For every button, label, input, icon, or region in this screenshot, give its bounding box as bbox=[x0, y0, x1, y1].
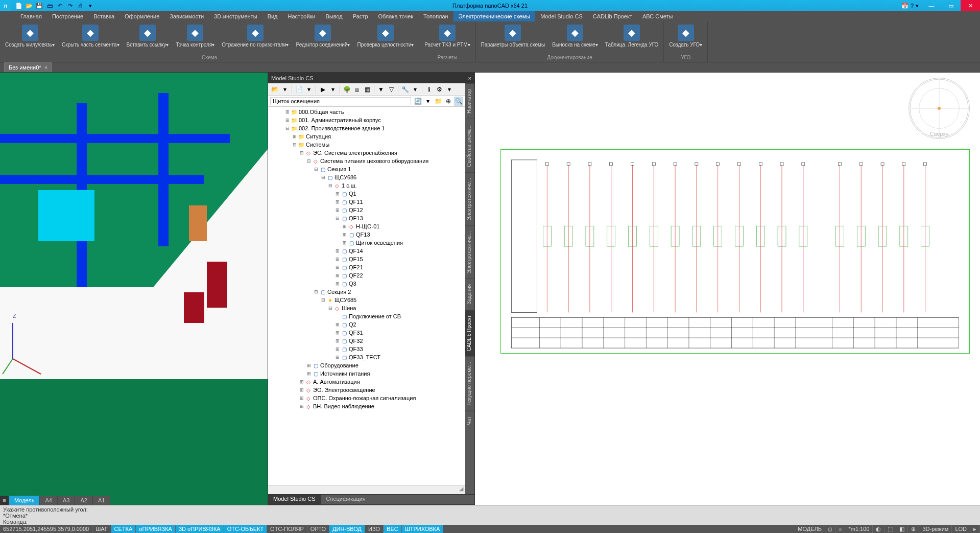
status-toggle[interactable]: ШАГ bbox=[92, 525, 111, 533]
expand-icon[interactable]: ⊞ bbox=[299, 396, 305, 401]
tree-node[interactable]: ⊞▢Q2 bbox=[269, 320, 464, 329]
side-tab[interactable]: Свойства элеме... bbox=[465, 119, 474, 172]
expand-icon[interactable]: ⊟ bbox=[313, 167, 319, 172]
expand-icon[interactable]: ⊟ bbox=[327, 183, 333, 188]
app-icon[interactable]: n bbox=[0, 0, 11, 11]
open-folder-icon[interactable]: 📂 bbox=[270, 85, 279, 94]
ribbon-button[interactable]: ◆Создать УГО▾ bbox=[666, 22, 705, 54]
nav-icon[interactable]: ⊕ bbox=[444, 97, 453, 106]
command-line[interactable]: Укажите противоположный угол: *Отмена* К… bbox=[0, 505, 980, 525]
status-toggle[interactable]: ШТРИХОВКА bbox=[402, 525, 444, 533]
dropdown-icon[interactable]: ▾ bbox=[280, 85, 290, 94]
status-toggle[interactable]: оПРИВЯЗКА bbox=[136, 525, 176, 533]
layout-tab[interactable]: A3 bbox=[58, 496, 75, 505]
expand-icon[interactable]: ⊞ bbox=[299, 404, 305, 409]
menu-item[interactable]: Вид bbox=[262, 11, 283, 21]
expand-icon[interactable]: ⊟ bbox=[284, 126, 291, 131]
saveall-icon[interactable]: 🗃 bbox=[45, 1, 54, 10]
menu-item[interactable]: Облака точек bbox=[373, 11, 419, 21]
tree-node[interactable]: ⊞📁000.Общая часть bbox=[269, 108, 464, 116]
save-icon[interactable]: 💾 bbox=[35, 1, 44, 10]
expand-icon[interactable]: ⊞ bbox=[342, 232, 348, 237]
expand-icon[interactable]: ⊞ bbox=[284, 118, 291, 123]
status-toggle[interactable]: СЕТКА bbox=[111, 525, 136, 533]
expand-icon[interactable]: ⊞ bbox=[334, 199, 341, 204]
tree-node[interactable]: ⊟◇1 с.ш. bbox=[269, 181, 464, 190]
expand-icon[interactable]: ⊞ bbox=[342, 224, 348, 229]
tree-node[interactable]: ⊟📁002. Производственное здание 1 bbox=[269, 124, 464, 132]
minimize-button[interactable]: — bbox=[922, 0, 941, 11]
menu-item[interactable]: Топоплан bbox=[418, 11, 453, 21]
tree-node[interactable]: ⊞▢QF12 bbox=[269, 206, 464, 214]
side-tab[interactable]: Чат bbox=[465, 411, 474, 430]
layout-menu-icon[interactable]: ≡ bbox=[0, 496, 9, 505]
dropdown-icon[interactable]: ▾ bbox=[445, 85, 454, 94]
status-item[interactable]: *m1:100 bbox=[845, 525, 873, 533]
dropdown-icon[interactable]: ▾ bbox=[328, 85, 338, 94]
filter-icon[interactable]: ▼ bbox=[376, 85, 386, 94]
tree-node[interactable]: ⊟📁Системы bbox=[269, 141, 464, 149]
tree-node[interactable]: ⊞◇ВН. Видео наблюдение bbox=[269, 402, 464, 410]
tree-node[interactable]: ⊞📁Ситуация bbox=[269, 132, 464, 141]
status-item[interactable]: МОДЕЛЬ bbox=[795, 525, 825, 533]
expand-icon[interactable]: ⊟ bbox=[320, 297, 326, 303]
expand-icon[interactable]: ⊟ bbox=[313, 289, 319, 294]
close-button[interactable]: ✕ bbox=[961, 0, 980, 11]
run-icon[interactable]: ▶ bbox=[318, 85, 327, 94]
tree-node[interactable]: ▢Подключение от СВ bbox=[269, 312, 464, 320]
tree-node[interactable]: ⊟◇Шина bbox=[269, 304, 464, 312]
expand-icon[interactable]: ⊟ bbox=[306, 158, 312, 164]
undo-icon[interactable]: ↶ bbox=[55, 1, 64, 10]
status-item[interactable]: ▸ bbox=[970, 525, 980, 533]
tree-node[interactable]: ⊞▢QF33 bbox=[269, 345, 464, 353]
expand-icon[interactable]: ⊞ bbox=[334, 257, 341, 262]
tree-node[interactable]: ⊟◇Система питания цехового оборудования bbox=[269, 157, 464, 165]
panel-close-icon[interactable]: × bbox=[468, 75, 471, 81]
bottom-tab[interactable]: Model Studio CS bbox=[268, 495, 321, 504]
side-tab[interactable]: CADLib Проект bbox=[465, 310, 474, 356]
status-toggle[interactable]: ДИН-ВВОД bbox=[329, 525, 365, 533]
menu-item[interactable]: Главная bbox=[15, 11, 47, 21]
tree-node[interactable]: ⊟★ЩСУ685 bbox=[269, 296, 464, 304]
status-item[interactable]: ≡ bbox=[835, 525, 845, 533]
status-toggle[interactable]: ОРТО bbox=[307, 525, 329, 533]
expand-icon[interactable]: ⊞ bbox=[292, 134, 298, 139]
layout-tab[interactable]: A1 bbox=[93, 496, 110, 505]
list-icon[interactable]: ≣ bbox=[352, 85, 362, 94]
status-item[interactable]: ◧ bbox=[896, 525, 908, 533]
tree-node[interactable]: ⊟▢QF13 bbox=[269, 214, 464, 222]
expand-icon[interactable]: ⊟ bbox=[299, 150, 305, 155]
tree-node[interactable]: ⊟◇ЭС. Система электроснабжения bbox=[269, 149, 464, 157]
status-item[interactable]: ⬚ bbox=[885, 525, 896, 533]
document-tab[interactable]: Без имени0* × bbox=[4, 62, 52, 72]
tree-node[interactable]: ⊞◇ОПС. Охранно-пожарная сигнализация bbox=[269, 394, 464, 402]
status-toggle[interactable]: ОТС-ОБЪЕКТ bbox=[224, 525, 267, 533]
bottom-tab[interactable]: Спецификация bbox=[321, 495, 371, 504]
project-tree[interactable]: ⊞📁000.Общая часть⊞📁001. Административный… bbox=[268, 107, 465, 485]
tree-node[interactable]: ⊞▢QF13 bbox=[269, 230, 464, 239]
tree-node[interactable]: ⊞▢QF32 bbox=[269, 337, 464, 345]
help-icon[interactable]: ? bbox=[911, 3, 914, 9]
open-icon[interactable]: 📂 bbox=[25, 1, 34, 10]
side-tab[interactable]: Задания bbox=[465, 279, 474, 310]
status-toggle[interactable]: ИЗО bbox=[365, 525, 384, 533]
tree-node[interactable]: ⊞▢QF21 bbox=[269, 263, 464, 271]
tree-node[interactable]: ⊞▢QF14 bbox=[269, 247, 464, 255]
menu-item[interactable]: Растр bbox=[348, 11, 373, 21]
expand-icon[interactable]: ⊞ bbox=[284, 109, 291, 114]
redo-icon[interactable]: ↷ bbox=[65, 1, 75, 10]
tree-node[interactable]: ⊞▢QF15 bbox=[269, 255, 464, 263]
expand-icon[interactable]: ⊞ bbox=[334, 248, 341, 253]
ribbon-button[interactable]: ◆Вставить ссылку▾ bbox=[124, 22, 172, 54]
maximize-button[interactable]: ▭ bbox=[941, 0, 961, 11]
tree-node[interactable]: ⊟▢Секция 1 bbox=[269, 165, 464, 173]
tree-node[interactable]: ⊟▢Секция 2 bbox=[269, 288, 464, 296]
filter2-icon[interactable]: ▽ bbox=[387, 85, 396, 94]
expand-icon[interactable]: ⊞ bbox=[334, 322, 341, 327]
expand-icon[interactable]: ⊞ bbox=[334, 281, 341, 286]
tree-node[interactable]: ⊞▢Q1 bbox=[269, 190, 464, 198]
menu-item[interactable]: Model Studio CS bbox=[535, 11, 588, 21]
viewport-2d[interactable]: Сверху bbox=[475, 73, 980, 505]
folder-icon[interactable]: 📁 bbox=[434, 97, 443, 106]
ribbon-button[interactable]: ◆Выноска на схеме▾ bbox=[549, 22, 601, 54]
